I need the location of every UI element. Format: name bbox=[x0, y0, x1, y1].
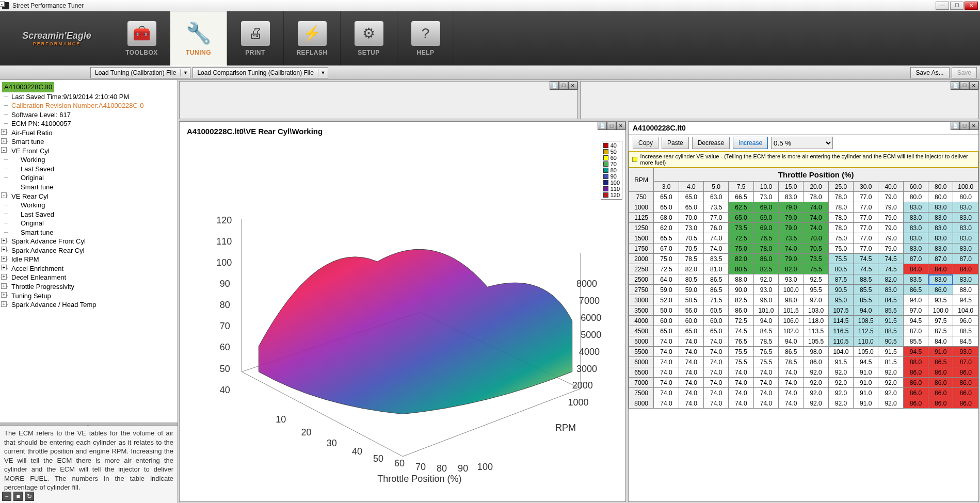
rpm-cell[interactable]: 8000 bbox=[629, 398, 654, 409]
ve-cell[interactable]: 74.0 bbox=[753, 378, 778, 388]
ve-cell[interactable]: 83.5 bbox=[903, 274, 928, 285]
ve-cell[interactable]: 83.0 bbox=[903, 202, 928, 213]
ve-cell[interactable]: 74.0 bbox=[704, 357, 729, 367]
ve-cell[interactable]: 92.0 bbox=[828, 367, 853, 378]
rpm-cell[interactable]: 3000 bbox=[629, 295, 654, 305]
ve-cell[interactable]: 104.0 bbox=[828, 347, 853, 357]
ve-cell[interactable]: 108.5 bbox=[854, 316, 878, 326]
ve-cell[interactable]: 91.0 bbox=[854, 378, 878, 388]
ve-cell[interactable]: 72.5 bbox=[729, 233, 753, 244]
ve-cell[interactable]: 88.5 bbox=[878, 326, 903, 336]
tree-software-level[interactable]: Software Level: 617 bbox=[2, 110, 175, 120]
ve-cell[interactable]: 83.0 bbox=[928, 244, 953, 254]
ve-cell[interactable]: 94.5 bbox=[903, 347, 928, 357]
ve-cell[interactable]: 94.5 bbox=[854, 357, 878, 367]
ve-cell[interactable]: 78.0 bbox=[828, 223, 853, 233]
ve-cell[interactable]: 76.5 bbox=[753, 347, 778, 357]
col-header[interactable]: 100.0 bbox=[953, 182, 978, 192]
ve-cell[interactable]: 74.5 bbox=[854, 254, 878, 264]
pane-close-icon[interactable]: ✕ bbox=[616, 122, 625, 130]
ve-cell[interactable]: 75.5 bbox=[729, 357, 753, 367]
pane-pin-icon[interactable]: 📄 bbox=[598, 122, 607, 130]
ve-cell[interactable]: 74.0 bbox=[804, 202, 828, 213]
ve-cell[interactable]: 74.0 bbox=[704, 388, 729, 398]
col-header[interactable]: 40.0 bbox=[878, 182, 903, 192]
ve-cell[interactable]: 80.0 bbox=[953, 192, 978, 202]
ve-cell[interactable]: 74.0 bbox=[704, 367, 729, 378]
ve-cell[interactable]: 86.0 bbox=[903, 398, 928, 409]
expand-icon[interactable]: + bbox=[1, 301, 7, 307]
ve-cell[interactable]: 78.5 bbox=[753, 336, 778, 347]
ve-cell[interactable]: 100.0 bbox=[928, 305, 953, 316]
ve-cell[interactable]: 85.5 bbox=[854, 295, 878, 305]
ve-cell[interactable]: 74.5 bbox=[854, 264, 878, 274]
ve-cell[interactable]: 107.5 bbox=[828, 305, 853, 316]
ve-cell[interactable]: 65.0 bbox=[679, 202, 703, 213]
ve-cell[interactable]: 113.5 bbox=[804, 326, 828, 336]
col-header[interactable]: 60.0 bbox=[903, 182, 928, 192]
expand-icon[interactable]: + bbox=[1, 265, 7, 270]
ve-cell[interactable]: 92.5 bbox=[804, 274, 828, 285]
col-header[interactable]: 10.0 bbox=[753, 182, 778, 192]
ribbon-setup[interactable]: ⚙ SETUP bbox=[341, 11, 397, 66]
rpm-cell[interactable]: 1250 bbox=[629, 223, 654, 233]
col-header[interactable]: 80.0 bbox=[928, 182, 953, 192]
ve-cell[interactable]: 91.0 bbox=[854, 388, 878, 398]
ve-cell[interactable]: 75.5 bbox=[828, 254, 853, 264]
ve-cell[interactable]: 96.0 bbox=[753, 295, 778, 305]
ve-cell[interactable]: 105.0 bbox=[854, 347, 878, 357]
pane-max-icon[interactable]: ☐ bbox=[960, 82, 969, 90]
ve-cell[interactable]: 74.0 bbox=[779, 388, 804, 398]
ve-cell[interactable]: 75.5 bbox=[729, 347, 753, 357]
ve-cell[interactable]: 74.0 bbox=[679, 378, 703, 388]
rpm-cell[interactable]: 1500 bbox=[629, 233, 654, 244]
ve-cell[interactable]: 92.0 bbox=[828, 388, 853, 398]
ve-cell[interactable]: 92.0 bbox=[878, 367, 903, 378]
tree-last-saved[interactable]: Last Saved Time:9/19/2014 2:10:40 PM bbox=[2, 92, 175, 102]
ve-cell[interactable]: 79.0 bbox=[779, 213, 804, 223]
pane-max-icon[interactable]: ☐ bbox=[559, 82, 568, 90]
ve-cell[interactable]: 79.0 bbox=[878, 202, 903, 213]
ve-cell[interactable]: 84.0 bbox=[928, 264, 953, 274]
ve-cell[interactable]: 91.5 bbox=[878, 347, 903, 357]
ve-cell[interactable]: 83.0 bbox=[903, 233, 928, 244]
ve-cell[interactable]: 95.0 bbox=[828, 295, 853, 305]
ve-cell[interactable]: 83.0 bbox=[903, 213, 928, 223]
pane-max-icon[interactable]: ☐ bbox=[607, 122, 616, 130]
paste-button[interactable]: Paste bbox=[662, 137, 689, 149]
ve-cell[interactable]: 83.0 bbox=[953, 233, 978, 244]
ve-cell[interactable]: 84.5 bbox=[878, 295, 903, 305]
ve-cell[interactable]: 86.0 bbox=[729, 305, 753, 316]
ve-cell[interactable]: 80.0 bbox=[928, 192, 953, 202]
ve-cell[interactable]: 88.0 bbox=[729, 274, 753, 285]
ve-cell[interactable]: 74.0 bbox=[679, 367, 703, 378]
ve-cell[interactable]: 70.5 bbox=[804, 244, 828, 254]
ve-cell[interactable]: 92.0 bbox=[828, 378, 853, 388]
ve-cell[interactable]: 59.0 bbox=[654, 285, 679, 295]
pane-close-icon[interactable]: ✕ bbox=[969, 82, 978, 90]
rpm-cell[interactable]: 750 bbox=[629, 192, 654, 202]
ve-cell[interactable]: 83.0 bbox=[953, 274, 978, 285]
ve-cell[interactable]: 79.0 bbox=[779, 254, 804, 264]
ve-cell[interactable]: 90.0 bbox=[729, 285, 753, 295]
ve-cell[interactable]: 83.0 bbox=[953, 213, 978, 223]
ve-cell[interactable]: 74.0 bbox=[779, 244, 804, 254]
rpm-cell[interactable]: 4000 bbox=[629, 316, 654, 326]
ve-table[interactable]: RPM Throttle Position (%) 3.04.05.07.510… bbox=[629, 168, 978, 409]
ve-cell[interactable]: 83.0 bbox=[953, 244, 978, 254]
ve-cell[interactable]: 86.5 bbox=[704, 285, 729, 295]
tree-revision[interactable]: Calibration Revision Number:A41000228C-0 bbox=[2, 101, 175, 110]
col-header[interactable]: 3.0 bbox=[654, 182, 679, 192]
ve-cell[interactable]: 74.0 bbox=[704, 378, 729, 388]
step-select[interactable]: 0.5 % bbox=[771, 137, 833, 149]
ve-cell[interactable]: 83.0 bbox=[878, 285, 903, 295]
ve-cell[interactable]: 118.0 bbox=[804, 316, 828, 326]
rpm-cell[interactable]: 1000 bbox=[629, 202, 654, 213]
ve-cell[interactable]: 60.0 bbox=[654, 316, 679, 326]
ve-cell[interactable]: 74.0 bbox=[729, 378, 753, 388]
tree-item[interactable]: +Tuning Setup bbox=[2, 291, 175, 301]
tree-ecm-pn[interactable]: ECM PN: 41000057 bbox=[2, 119, 175, 128]
ve-cell[interactable]: 106.0 bbox=[779, 316, 804, 326]
rpm-cell[interactable]: 5000 bbox=[629, 336, 654, 347]
ve-cell[interactable]: 70.5 bbox=[679, 233, 703, 244]
